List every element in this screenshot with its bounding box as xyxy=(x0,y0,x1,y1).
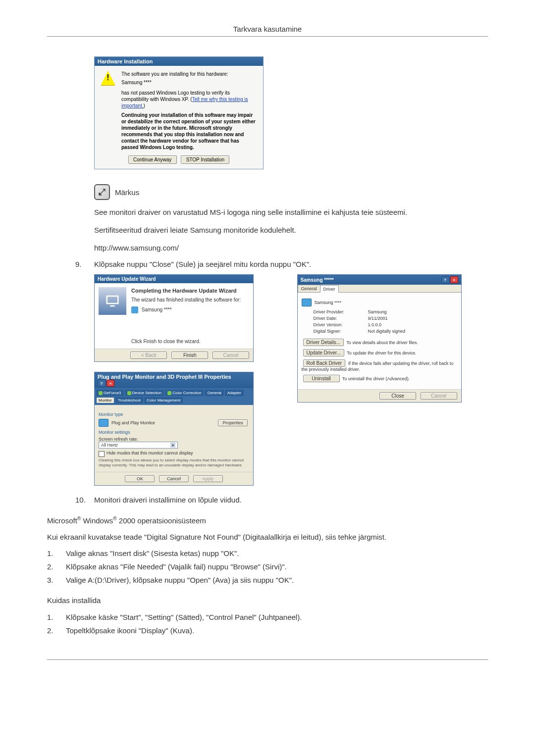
hide-modes-checkbox[interactable] xyxy=(99,451,105,457)
hw-device: Samsung **** xyxy=(121,79,257,86)
dsnf-step-3: 3. Valige A:(D:\Driver), klõpsake nuppu … xyxy=(47,576,488,584)
date-key: Driver Date: xyxy=(314,316,368,321)
wizard-hero-image xyxy=(99,287,126,315)
close-titlebar-button[interactable]: × xyxy=(107,380,114,387)
tab-geforce3[interactable]: GeForce3 xyxy=(96,390,124,396)
date-value: 9/11/2001 xyxy=(368,316,457,321)
hw-line2b: ) xyxy=(143,103,145,108)
tab-adapter[interactable]: Adapter xyxy=(225,390,244,396)
monitor-ok-button[interactable]: OK xyxy=(125,475,155,482)
monitor-properties-dialog: Plug and Play Monitor and 3D Prophet III… xyxy=(94,372,254,485)
signer-value: Not digitally signed xyxy=(368,329,457,334)
warning-icon xyxy=(101,71,115,86)
stop-installation-button[interactable]: STOP Installation xyxy=(181,155,229,164)
update-driver-desc: To update the driver for this device. xyxy=(347,351,416,355)
monitor-type-value: Plug and Play Monitor xyxy=(111,420,155,425)
monitor-settings-group: Monitor settings xyxy=(99,430,249,435)
step-10: 10. Monitori draiveri installimine on lõ… xyxy=(75,496,488,504)
refresh-rate-select[interactable]: All Hertz ▾ xyxy=(99,442,178,449)
howto-step-1: 1. Klõpsake käske "Start", "Setting" (Sä… xyxy=(47,613,488,621)
dsnf-step-1: 1. Valige aknas "Insert disk" (Sisesta k… xyxy=(47,549,488,557)
signer-key: Digital Signer: xyxy=(314,329,368,334)
tab-general[interactable]: General xyxy=(298,285,321,292)
driver-properties-dialog: Samsung ***** ? × General Driver Sam xyxy=(297,274,462,403)
tab-general[interactable]: General xyxy=(205,390,223,396)
note-paragraph-2: Sertifitseeritud draiveri leiate Samsung… xyxy=(94,225,488,236)
monitor-apply-button: Apply xyxy=(193,475,223,482)
monitor-cancel-button[interactable]: Cancel xyxy=(159,475,189,482)
wizard-footer-text: Click Finish to close the wizard. xyxy=(131,338,249,345)
howto-step-1-num: 1. xyxy=(47,613,66,621)
os-heading: Microsoft® Windows® 2000 operatsioonisüs… xyxy=(47,516,488,525)
step-10-num: 10. xyxy=(75,496,94,504)
hide-modes-label: Hide modes that this monitor cannot disp… xyxy=(107,451,193,455)
footer-rule xyxy=(47,659,488,660)
howto-step-2: 2. Topeltklõpsake ikooni "Display" (Kuva… xyxy=(47,626,488,635)
driver-details-button[interactable]: Driver Details... xyxy=(303,339,344,346)
driver-properties-title-text: Samsung ***** xyxy=(301,277,334,283)
version-value: 1.0.0.0 xyxy=(368,322,457,327)
refresh-rate-label: Screen refresh rate: xyxy=(99,437,249,442)
driver-device-name: Samsung **** xyxy=(315,300,342,305)
driver-close-button[interactable]: Close xyxy=(379,392,416,400)
tab-color-management[interactable]: Color Management xyxy=(144,397,183,403)
help-titlebar-button[interactable]: ? xyxy=(98,380,106,387)
monitor-icon xyxy=(302,299,312,306)
help-titlebar-button[interactable]: ? xyxy=(441,276,449,283)
step-10-text: Monitori draiveri installimine on lõpule… xyxy=(94,496,488,504)
howto-step-2-text: Topeltklõpsake ikooni "Display" (Kuva). xyxy=(66,626,488,635)
dsnf-step-2-text: Klõpsake aknas "File Needed" (Vajalik fa… xyxy=(66,562,488,571)
chevron-down-icon: ▾ xyxy=(170,443,175,448)
hardware-installation-dialog: Hardware Installation The software you a… xyxy=(94,56,264,169)
hardware-installation-text: The software you are installing for this… xyxy=(121,71,257,151)
hw-bold-warning: Continuing your installation of this sof… xyxy=(121,112,257,151)
monitor-type-group: Monitor type xyxy=(99,412,249,417)
tab-device-selection[interactable]: Device Selection xyxy=(125,390,164,396)
tab-color-correction[interactable]: Color Correction xyxy=(165,390,204,396)
tab-driver[interactable]: Driver xyxy=(320,285,339,293)
driver-properties-title: Samsung ***** ? × xyxy=(298,275,461,285)
dsnf-paragraph: Kui ekraanil kuvatakse teade "Digital Si… xyxy=(47,532,488,543)
uninstall-button[interactable]: Uninstall xyxy=(303,375,340,382)
monitor-properties-button[interactable]: Properties xyxy=(218,419,248,426)
dsnf-step-1-text: Valige aknas "Insert disk" (Sisesta keta… xyxy=(66,549,488,557)
note-url: http://www.samsung.com/ xyxy=(94,243,488,253)
tab-monitor[interactable]: Monitor xyxy=(96,397,114,403)
page-header-title: Tarkvara kasutamine xyxy=(47,25,488,33)
uninstall-desc: To uninstall the driver (Advanced). xyxy=(342,376,410,381)
wizard-back-button: < Back xyxy=(130,352,167,359)
monitor-properties-title-text: Plug and Play Monitor and 3D Prophet III… xyxy=(98,374,231,380)
wizard-heading: Completing the Hardware Update Wizard xyxy=(131,287,249,295)
dsnf-step-3-text: Valige A:(D:\Driver), klõpsake nuppu "Op… xyxy=(66,576,488,584)
step-9: 9. Klõpsake nuppu "Close" (Sule) ja seej… xyxy=(75,260,488,268)
wizard-subtext: The wizard has finished installing the s… xyxy=(131,297,249,303)
dsnf-step-2: 2. Klõpsake aknas "File Needed" (Vajalik… xyxy=(47,562,488,571)
dsnf-step-2-num: 2. xyxy=(47,562,66,571)
hide-modes-description: Clearing this check box allows you to se… xyxy=(99,458,249,467)
header-rule xyxy=(47,36,488,37)
driver-details-desc: To view details about the driver files. xyxy=(346,340,418,345)
wizard-cancel-button: Cancel xyxy=(213,352,249,359)
refresh-rate-value: All Hertz xyxy=(101,443,118,448)
note-icon xyxy=(94,184,110,200)
close-titlebar-button[interactable]: × xyxy=(450,276,458,283)
hw-line1: The software you are installing for this… xyxy=(121,71,257,77)
note-paragraph-1: See monitori draiver on varustatud MS-i … xyxy=(94,207,488,218)
dsnf-step-3-num: 3. xyxy=(47,576,66,584)
driver-cancel-button: Cancel xyxy=(421,392,457,400)
step-9-text: Klõpsake nuppu "Close" (Sule) ja seejäre… xyxy=(94,260,488,268)
wizard-finish-button[interactable]: Finish xyxy=(171,352,208,359)
tab-troubleshoot[interactable]: Troubleshoot xyxy=(115,397,143,403)
howto-heading: Kuidas installida xyxy=(47,595,488,606)
hardware-installation-title: Hardware Installation xyxy=(95,57,263,66)
continue-anyway-button[interactable]: Continue Anyway xyxy=(128,155,177,164)
howto-step-1-text: Klõpsake käske "Start", "Setting" (Sätte… xyxy=(66,613,488,621)
wizard-title: Hardware Update Wizard xyxy=(95,275,253,283)
note-label: Märkus xyxy=(115,188,139,197)
monitor-icon xyxy=(99,419,108,427)
howto-step-2-num: 2. xyxy=(47,626,66,635)
version-key: Driver Version: xyxy=(314,322,368,327)
rollback-driver-button[interactable]: Roll Back Driver xyxy=(303,359,346,367)
update-driver-button[interactable]: Update Driver... xyxy=(303,349,344,356)
wizard-device: Samsung **** xyxy=(142,307,172,312)
